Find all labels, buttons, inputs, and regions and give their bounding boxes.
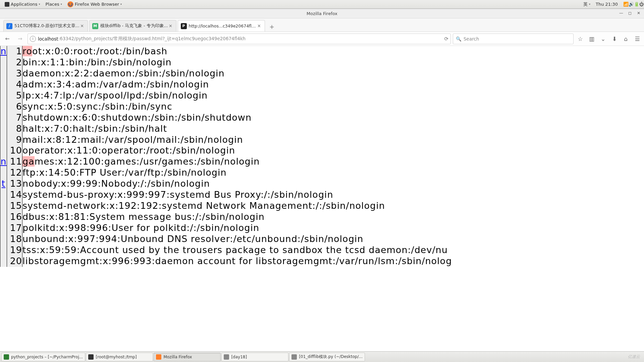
- line-number: 16: [7, 212, 22, 223]
- diff-row: 16dbus:x:81:81:System message bus:/:/sbi…: [0, 212, 644, 223]
- line-text: shutdown:x:6:0:shutdown:/sbin:/sbin/shut…: [22, 112, 644, 123]
- taskbar-entry[interactable]: python_projects – [~/PycharmProj...: [1, 353, 85, 361]
- task-label: python_projects – [~/PycharmProj...: [11, 355, 83, 359]
- home-button[interactable]: ⌂: [621, 34, 631, 44]
- back-button[interactable]: ←: [2, 34, 13, 44]
- firefox-window: Mozilla Firefox — ◻ ✕ /51CTO博客2.0-原创IT技术…: [0, 9, 644, 351]
- line-number: 20: [7, 256, 22, 267]
- diff-marker: [0, 223, 7, 234]
- clock[interactable]: Thu 21:30: [593, 0, 621, 8]
- pocket-button[interactable]: ⌄: [598, 34, 608, 44]
- diff-row: 9mail:x:8:12:mail:/var/spool/mail:/sbin/…: [0, 134, 644, 145]
- diff-row: 14systemd-bus-proxy:x:999:997:systemd Bu…: [0, 189, 644, 200]
- places-menu[interactable]: Places ▾: [43, 0, 64, 8]
- activities-icon: [5, 2, 9, 7]
- active-app-menu[interactable]: Firefox Web Browser ▾: [65, 0, 124, 8]
- input-method-indicator[interactable]: 英 ▾: [581, 0, 593, 8]
- line-number: 19: [7, 245, 22, 256]
- diff-row: n1root:x:0:0:root:/root:/bin/bash: [0, 46, 644, 57]
- url-host: localhost: [38, 36, 58, 42]
- line-number: 15: [7, 200, 22, 212]
- diff-marker: [0, 134, 7, 145]
- diff-nav-link[interactable]: t: [2, 178, 6, 189]
- task-label: [root@myhost:/tmp]: [96, 355, 151, 359]
- downloads-button[interactable]: ⬇: [610, 34, 619, 44]
- nav-bar: ← → i localhost:63342/python_projects/常用…: [0, 32, 644, 46]
- diff-row: 6sync:x:5:0:sync:/sbin:/bin/sync: [0, 101, 644, 112]
- reload-button[interactable]: ⟳: [444, 36, 448, 42]
- line-text: lp:x:4:7:lp:/var/spool/lpd:/sbin/nologin: [22, 90, 644, 101]
- firefox-icon: [67, 1, 73, 7]
- diff-marker: [0, 167, 7, 178]
- power-icon[interactable]: ⏻: [637, 0, 642, 8]
- diff-marker: [0, 79, 7, 90]
- search-icon: 🔍: [456, 36, 462, 42]
- battery-icon[interactable]: 🔋: [631, 0, 637, 8]
- page-content[interactable]: n1root:x:0:0:root:/root:/bin/bash2bin:x:…: [0, 46, 644, 351]
- applications-label: Applications: [11, 2, 37, 7]
- menu-button[interactable]: ☰: [633, 34, 642, 44]
- bookmark-star-button[interactable]: ☆: [576, 34, 585, 44]
- line-number: 12: [7, 167, 22, 178]
- diff-table: n1root:x:0:0:root:/root:/bin/bash2bin:x:…: [0, 46, 644, 267]
- tab-strip: /51CTO博客2.0-原创IT技术文章...✕M模块difflib - 马克飞…: [0, 18, 644, 32]
- line-number: 18: [7, 234, 22, 245]
- diff-row: 5lp:x:4:7:lp:/var/spool/lpd:/sbin/nologi…: [0, 90, 644, 101]
- tab-close-button[interactable]: ✕: [168, 23, 173, 29]
- line-text: halt:x:7:0:halt:/sbin:/sbin/halt: [22, 123, 644, 134]
- tab-favicon: M: [92, 23, 98, 29]
- diff-marker: [0, 57, 7, 68]
- line-number: 9: [7, 134, 22, 145]
- window-close-button[interactable]: ✕: [635, 10, 642, 16]
- taskbar-entry[interactable]: Mozilla Firefox: [154, 353, 221, 361]
- diff-marker: [0, 112, 7, 123]
- line-number: 1: [7, 46, 22, 57]
- new-tab-button[interactable]: +: [266, 21, 278, 32]
- tab-close-button[interactable]: ✕: [257, 23, 262, 29]
- line-number: 6: [7, 101, 22, 112]
- chevron-down-icon: ▾: [39, 3, 40, 6]
- line-text: operator:x:11:0:operator:/root:/sbin/nol…: [22, 145, 644, 156]
- diff-row: 19tss:x:59:59:Account used by the trouse…: [0, 245, 644, 256]
- network-icon[interactable]: 📶: [621, 0, 626, 8]
- diff-row: 4adm:x:3:4:adm:/var/adm:/sbin/nologin: [0, 79, 644, 90]
- diff-marker: [0, 90, 7, 101]
- line-number: 7: [7, 112, 22, 123]
- url-bar[interactable]: i localhost:63342/python_projects/常用模块/p…: [28, 34, 451, 44]
- task-icon: [4, 354, 9, 360]
- diff-row: n11games:x:12:100:games:/usr/games:/sbin…: [0, 156, 644, 167]
- window-minimize-button[interactable]: —: [618, 10, 625, 16]
- taskbar-entry[interactable]: [day18]: [221, 353, 288, 361]
- task-label: Mozilla Firefox: [163, 355, 218, 359]
- applications-menu[interactable]: Applications ▾: [2, 0, 43, 8]
- chevron-down-icon: ▾: [61, 3, 62, 6]
- diff-marker: [0, 101, 7, 112]
- diff-nav-link[interactable]: n: [0, 46, 6, 56]
- library-button[interactable]: ▥: [587, 34, 596, 44]
- browser-tab[interactable]: M模块difflib - 马克飞象 - 专为印象...✕: [89, 20, 176, 32]
- diff-nav-link[interactable]: n: [0, 156, 6, 167]
- diff-row: 10operator:x:11:0:operator:/root:/sbin/n…: [0, 145, 644, 156]
- task-icon: [88, 354, 94, 360]
- line-number: 4: [7, 79, 22, 90]
- browser-tab[interactable]: /51CTO博客2.0-原创IT技术文章...✕: [3, 20, 88, 32]
- volume-icon[interactable]: 🔊: [626, 0, 631, 8]
- line-number: 17: [7, 223, 22, 234]
- line-text: games:x:12:100:games:/usr/games:/sbin/no…: [22, 156, 644, 167]
- tab-close-button[interactable]: ✕: [79, 23, 85, 29]
- window-maximize-button[interactable]: ◻: [627, 10, 633, 16]
- clock-label: Thu 21:30: [596, 2, 618, 7]
- site-info-icon[interactable]: i: [30, 36, 36, 42]
- diff-marker: [0, 145, 7, 156]
- taskbar-entry[interactable]: [root@myhost:/tmp]: [86, 353, 153, 361]
- line-text: systemd-network:x:192:192:systemd Networ…: [22, 200, 644, 212]
- watermark: 亿速云: [625, 354, 643, 360]
- url-path: :63342/python_projects/常用模块/passwd.html?…: [58, 36, 246, 42]
- taskbar-entry[interactable]: [01_difflib模块.py (~/Desktop/...: [289, 353, 365, 361]
- search-bar[interactable]: 🔍 Search: [453, 34, 574, 44]
- browser-tab[interactable]: Phttp://localhos...c349e20674fl4kh✕: [178, 20, 265, 32]
- forward-button[interactable]: →: [15, 34, 25, 44]
- diff-marker: [0, 189, 7, 200]
- line-text: ftp:x:14:50:FTP User:/var/ftp:/sbin/nolo…: [22, 167, 644, 178]
- diff-marker: [0, 256, 7, 267]
